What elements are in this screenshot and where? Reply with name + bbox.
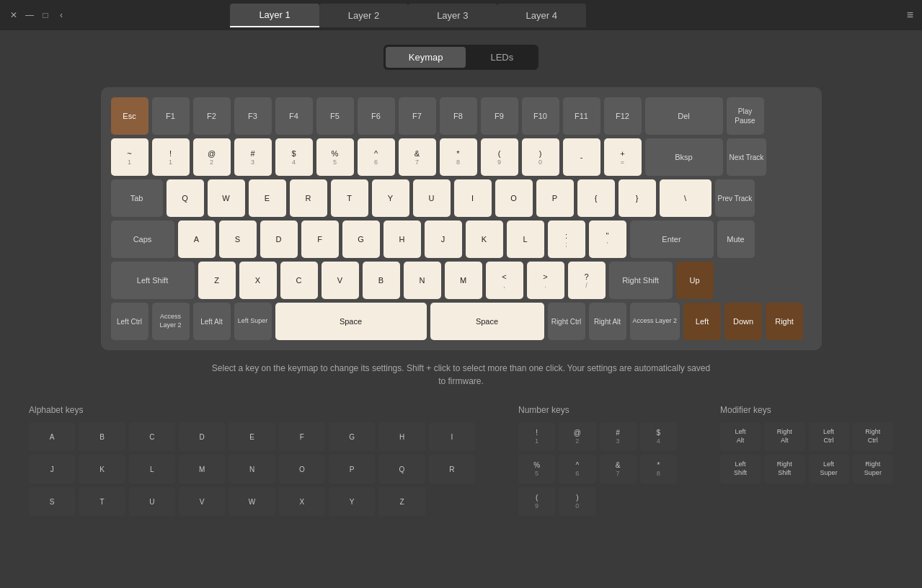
key-g[interactable]: G xyxy=(342,220,380,258)
tab-layer4[interactable]: Layer 4 xyxy=(497,4,586,27)
key-access-layer2-left[interactable]: AccessLayer 2 xyxy=(152,303,190,340)
key-j[interactable]: J xyxy=(425,220,462,258)
legend-q[interactable]: Q xyxy=(378,455,425,484)
key-bksp[interactable]: Bksp xyxy=(645,138,723,176)
maximize-button[interactable]: □ xyxy=(40,10,50,20)
legend-num-2[interactable]: @2 xyxy=(559,422,595,451)
key-o[interactable]: O xyxy=(495,179,533,217)
key-right-shift[interactable]: Right Shift xyxy=(609,262,673,299)
key-right-ctrl[interactable]: Right Ctrl xyxy=(548,303,585,340)
tab-keymap[interactable]: Keymap xyxy=(386,47,466,68)
key-w[interactable]: W xyxy=(208,179,245,217)
key-4[interactable]: $4 xyxy=(275,138,313,176)
key-h[interactable]: H xyxy=(384,220,421,258)
key-lbracket[interactable]: { xyxy=(577,179,615,217)
key-access-layer2-right[interactable]: Access Layer 2 xyxy=(630,303,681,340)
key-f4[interactable]: F4 xyxy=(275,97,313,135)
legend-n[interactable]: N xyxy=(229,455,275,484)
key-slash[interactable]: ?/ xyxy=(568,262,606,299)
key-left[interactable]: Left xyxy=(683,303,721,340)
key-8[interactable]: *8 xyxy=(440,138,477,176)
key-esc[interactable]: Esc xyxy=(111,97,149,135)
key-quote[interactable]: "' xyxy=(589,220,626,258)
legend-num-3[interactable]: #3 xyxy=(600,422,637,451)
legend-c[interactable]: C xyxy=(129,422,175,451)
legend-right-alt[interactable]: RightAlt xyxy=(764,422,804,451)
key-tilde[interactable]: ~1 xyxy=(111,138,149,176)
key-7[interactable]: &7 xyxy=(399,138,436,176)
key-prev-track[interactable]: Prev Track xyxy=(715,179,755,217)
key-f12[interactable]: F12 xyxy=(604,97,642,135)
legend-right-shift[interactable]: RightShift xyxy=(764,455,804,484)
legend-z[interactable]: Z xyxy=(378,487,425,516)
tab-layer1[interactable]: Layer 1 xyxy=(230,4,319,27)
key-tab[interactable]: Tab xyxy=(111,179,163,217)
legend-b[interactable]: B xyxy=(79,422,125,451)
key-e[interactable]: E xyxy=(249,179,286,217)
key-6[interactable]: ^6 xyxy=(358,138,395,176)
legend-o[interactable]: O xyxy=(279,455,325,484)
key-space-right[interactable]: Space xyxy=(430,303,544,340)
legend-r[interactable]: R xyxy=(429,455,475,484)
key-3[interactable]: #3 xyxy=(234,138,272,176)
key-z[interactable]: Z xyxy=(198,262,236,299)
key-y[interactable]: Y xyxy=(372,179,409,217)
tab-layer3[interactable]: Layer 3 xyxy=(408,4,497,27)
legend-w[interactable]: W xyxy=(229,487,275,516)
legend-j[interactable]: J xyxy=(29,455,75,484)
key-left-ctrl[interactable]: Left Ctrl xyxy=(111,303,149,340)
legend-num-1[interactable]: !1 xyxy=(518,422,555,451)
key-del[interactable]: Del xyxy=(645,97,723,135)
legend-m[interactable]: M xyxy=(179,455,225,484)
key-v[interactable]: V xyxy=(322,262,359,299)
key-backslash[interactable]: \ xyxy=(660,179,712,217)
back-button[interactable]: ‹ xyxy=(56,10,66,20)
key-f[interactable]: F xyxy=(301,220,339,258)
legend-a[interactable]: A xyxy=(29,422,75,451)
legend-right-ctrl[interactable]: RightCtrl xyxy=(853,422,893,451)
key-0[interactable]: )0 xyxy=(522,138,559,176)
legend-num-4[interactable]: $4 xyxy=(640,422,677,451)
legend-y[interactable]: Y xyxy=(329,487,375,516)
legend-num-9[interactable]: (9 xyxy=(518,487,555,516)
tab-leds[interactable]: LEDs xyxy=(467,47,536,68)
key-2[interactable]: @2 xyxy=(193,138,231,176)
key-n[interactable]: N xyxy=(404,262,441,299)
legend-x[interactable]: X xyxy=(279,487,325,516)
key-comma[interactable]: <, xyxy=(486,262,523,299)
legend-d[interactable]: D xyxy=(179,422,225,451)
key-right[interactable]: Right xyxy=(766,303,803,340)
key-f1[interactable]: F1 xyxy=(152,97,190,135)
key-f9[interactable]: F9 xyxy=(481,97,518,135)
key-f3[interactable]: F3 xyxy=(234,97,272,135)
key-play-pause[interactable]: PlayPause xyxy=(727,97,764,135)
key-rbracket[interactable]: } xyxy=(619,179,656,217)
key-u[interactable]: U xyxy=(413,179,451,217)
key-f6[interactable]: F6 xyxy=(358,97,395,135)
key-r[interactable]: R xyxy=(290,179,327,217)
legend-e[interactable]: E xyxy=(229,422,275,451)
key-f2[interactable]: F2 xyxy=(193,97,231,135)
key-q[interactable]: Q xyxy=(167,179,204,217)
key-f11[interactable]: F11 xyxy=(563,97,600,135)
legend-s[interactable]: S xyxy=(29,487,75,516)
legend-num-7[interactable]: &7 xyxy=(600,455,637,484)
key-c[interactable]: C xyxy=(280,262,318,299)
key-left-alt[interactable]: Left Alt xyxy=(193,303,231,340)
legend-t[interactable]: T xyxy=(79,487,125,516)
legend-left-ctrl[interactable]: LeftCtrl xyxy=(809,422,849,451)
legend-l[interactable]: L xyxy=(129,455,175,484)
key-space-left[interactable]: Space xyxy=(275,303,427,340)
key-equals[interactable]: += xyxy=(604,138,642,176)
legend-i[interactable]: I xyxy=(429,422,475,451)
key-a[interactable]: A xyxy=(178,220,216,258)
legend-g[interactable]: G xyxy=(329,422,375,451)
legend-num-5[interactable]: %5 xyxy=(518,455,555,484)
close-button[interactable]: ✕ xyxy=(9,10,19,20)
key-x[interactable]: X xyxy=(239,262,277,299)
key-5[interactable]: %5 xyxy=(316,138,354,176)
legend-v[interactable]: V xyxy=(179,487,225,516)
key-mute[interactable]: Mute xyxy=(717,220,755,258)
key-next-track[interactable]: Next Track xyxy=(727,138,767,176)
key-minus[interactable]: - xyxy=(563,138,600,176)
